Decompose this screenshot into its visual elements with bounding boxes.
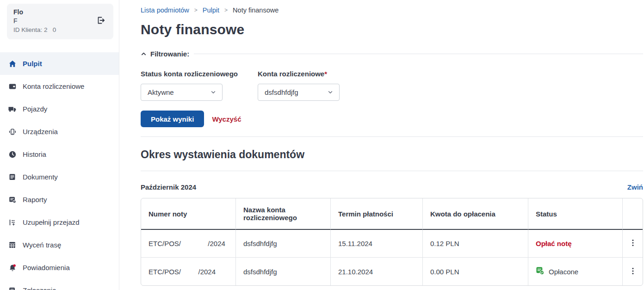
route-icon <box>8 218 17 227</box>
clock-icon <box>8 150 17 159</box>
ticket-icon <box>8 286 17 290</box>
table-row: ETC/POS/ /2024 dsfsdhfdjfg 15.11.2024 0.… <box>141 230 643 258</box>
col-nazwa-konta: Nazwa konta rozliczeniowego <box>236 198 331 230</box>
col-kwota: Kwota do opłacenia <box>423 198 528 230</box>
col-status: Status <box>528 198 623 230</box>
filter-header-label: Filtrowanie: <box>150 50 189 58</box>
cell-nazwa-konta: dsfsdhfdjfg <box>236 258 331 285</box>
cell-termin: 21.10.2024 <box>331 258 423 285</box>
sidebar-item-pulpit[interactable]: Pulpit <box>0 52 119 75</box>
table-header-row: Numer noty Nazwa konta rozliczeniowego T… <box>141 198 643 230</box>
sidebar-item-label: Wyceń trasę <box>23 241 61 249</box>
chevron-down-icon <box>211 88 216 96</box>
truck-icon <box>8 105 17 113</box>
bell-icon <box>8 263 17 272</box>
period-row: Październik 2024 Zwiń <box>141 183 643 191</box>
filter-section-header: Filtrowanie: <box>141 50 643 58</box>
chevron-up-icon[interactable] <box>141 51 147 57</box>
sidebar-item-konta-rozliczeniowe[interactable]: Konta rozliczeniowe <box>0 75 119 98</box>
period-month-label: Październik 2024 <box>141 183 196 191</box>
sidebar-item-powiadomienia[interactable]: Powiadomienia <box>0 256 119 279</box>
cell-kwota: 0.00 PLN <box>423 258 528 285</box>
field-label: Konta rozliczeniowe* <box>258 70 340 78</box>
sidebar-item-label: Dokumenty <box>23 173 58 181</box>
sidebar: Flo F ID Klienta: 2 0 <box>0 0 119 290</box>
row-menu-button[interactable] <box>630 267 635 277</box>
pay-note-link[interactable]: Opłać notę <box>536 240 572 247</box>
sidebar-item-zgloszenia[interactable]: Zgłoszenia <box>0 279 119 290</box>
kebab-menu-icon <box>629 239 637 248</box>
collapse-link[interactable]: Zwiń <box>627 183 643 191</box>
cell-numer-noty: ETC/POS/ /2024 <box>141 230 236 258</box>
user-name-line2: F <box>13 17 107 25</box>
status-label: Opłacone <box>549 268 578 276</box>
client-id-label: ID Klienta: 2 0 <box>13 25 107 35</box>
sidebar-item-label: Konta rozliczeniowe <box>23 82 84 90</box>
sidebar-item-dokumenty[interactable]: Dokumenty <box>0 166 119 188</box>
sidebar-item-label: Powiadomienia <box>23 264 70 271</box>
chevron-down-icon <box>328 88 333 96</box>
cell-status: Opłacone <box>528 258 623 285</box>
col-termin-platnosci: Termin płatności <box>331 198 423 230</box>
cell-kwota: 0.12 PLN <box>423 230 528 258</box>
breadcrumb-current: Noty finansowe <box>233 6 279 14</box>
table-row: ETC/POS/ /2024 dsfsdhfdjfg 21.10.2024 0.… <box>141 258 643 285</box>
cell-termin: 15.11.2024 <box>331 230 423 258</box>
home-icon <box>8 59 17 68</box>
sidebar-item-label: Raporty <box>23 196 47 204</box>
konta-rozliczeniowe-select[interactable]: dsfsdhfdjfg <box>258 84 340 101</box>
select-value: Aktywne <box>148 88 174 96</box>
section-divider <box>141 136 643 137</box>
filter-actions: Pokaż wyniki Wyczyść <box>141 111 643 127</box>
app-root: Flo F ID Klienta: 2 0 <box>0 0 644 290</box>
field-konta-rozliczeniowe: Konta rozliczeniowe* dsfsdhfdjfg <box>258 70 340 101</box>
status-konta-select[interactable]: Aktywne <box>141 84 223 101</box>
field-label-text: Status konta rozliczeniowego <box>141 70 238 78</box>
col-numer-noty: Numer noty <box>141 198 236 230</box>
cell-status: Opłać notę <box>528 230 623 258</box>
page-title: Noty finansowe <box>141 22 643 37</box>
sidebar-item-label: Pulpit <box>23 60 42 68</box>
section-title: Okres wystawienia dokumentów <box>141 148 643 161</box>
sidebar-nav: Pulpit Konta rozliczeniowe <box>0 52 119 290</box>
field-label: Status konta rozliczeniowego <box>141 70 238 78</box>
select-value: dsfsdhfdjfg <box>265 88 298 96</box>
logout-button[interactable] <box>96 16 106 26</box>
row-menu-button[interactable] <box>630 239 635 248</box>
sidebar-item-label: Zgłoszenia <box>23 286 56 290</box>
breadcrumb-separator: > <box>194 7 198 13</box>
kebab-menu-icon <box>629 267 637 277</box>
user-card: Flo F ID Klienta: 2 0 <box>7 4 113 39</box>
sidebar-item-label: Pojazdy <box>23 105 47 113</box>
main-content: Lista podmiotów > Pulpit > Noty finansow… <box>119 0 644 290</box>
status-badge: Opłacone <box>536 266 615 277</box>
sidebar-item-pojazdy[interactable]: Pojazdy <box>0 98 119 120</box>
user-name-line1: Flo <box>13 8 107 17</box>
breadcrumb-lista-podmiotow[interactable]: Lista podmiotów <box>141 6 189 14</box>
clear-filters-link[interactable]: Wyczyść <box>212 115 241 123</box>
notes-table: Numer noty Nazwa konta rozliczeniowego T… <box>141 198 643 286</box>
breadcrumb-pulpit[interactable]: Pulpit <box>203 6 219 14</box>
sidebar-item-historia[interactable]: Historia <box>0 143 119 166</box>
field-status-konta: Status konta rozliczeniowego Aktywne <box>141 70 238 101</box>
filter-header-rule <box>194 54 643 54</box>
sidebar-item-label: Urządzenia <box>23 128 58 136</box>
document-icon <box>8 173 17 181</box>
wallet-icon <box>8 82 17 91</box>
show-results-button[interactable]: Pokaż wyniki <box>141 111 204 127</box>
field-label-text: Konta rozliczeniowe <box>258 70 324 78</box>
sidebar-item-raporty[interactable]: Raporty <box>0 188 119 211</box>
required-mark: * <box>324 70 327 78</box>
filter-fields: Status konta rozliczeniowego Aktywne Kon… <box>141 70 643 101</box>
logout-icon <box>96 16 105 26</box>
cell-actions <box>623 258 643 285</box>
sidebar-item-label: Historia <box>23 150 46 158</box>
breadcrumb-separator: > <box>224 7 228 13</box>
sidebar-item-uzupelnij-przejazd[interactable]: Uzupełnij przejazd <box>0 211 119 234</box>
cell-actions <box>623 230 643 258</box>
device-icon <box>8 127 17 136</box>
col-actions <box>623 198 643 230</box>
breadcrumb: Lista podmiotów > Pulpit > Noty finansow… <box>141 6 643 14</box>
sidebar-item-urzadzenia[interactable]: Urządzenia <box>0 120 119 143</box>
sidebar-item-wycen-trase[interactable]: Wyceń trasę <box>0 234 119 256</box>
